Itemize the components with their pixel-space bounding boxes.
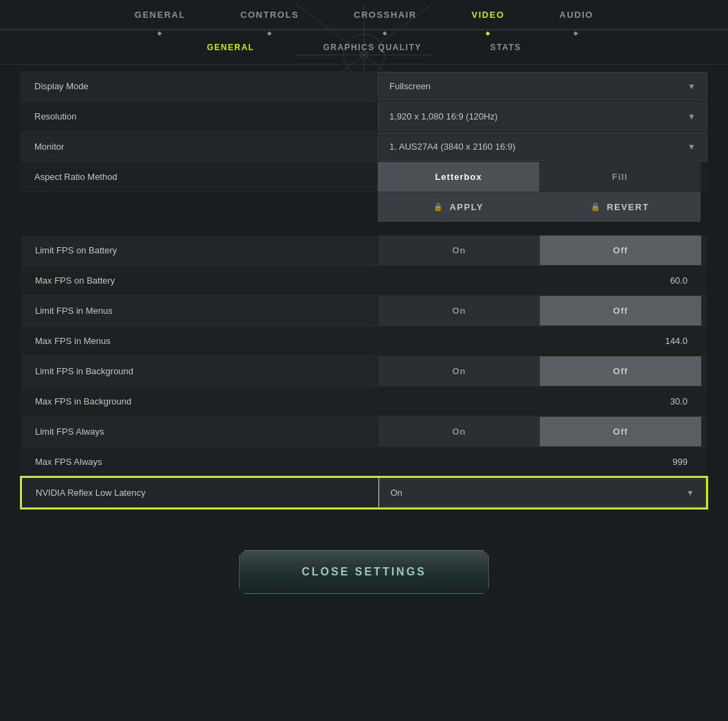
- limit-menus-row: Limit FPS in Menus On Off: [21, 296, 707, 326]
- max-menus-value-cell: 144.0: [378, 326, 707, 356]
- max-battery-value: 60.0: [378, 266, 701, 295]
- limit-menus-toggle: On Off: [378, 296, 701, 325]
- limit-always-control: On Off: [378, 417, 707, 447]
- fps-settings-table: Limit FPS on Battery On Off Max FPS on B…: [21, 236, 707, 509]
- close-settings-button[interactable]: CLOSE SETTINGS: [239, 550, 489, 594]
- max-always-value-cell: 999: [378, 447, 707, 478]
- resolution-row: Resolution 1,920 x 1,080 16:9 (120Hz) ▼: [21, 102, 707, 132]
- aspect-ratio-control: Letterbox Fill: [378, 162, 707, 192]
- display-settings-table: Display Mode Fullscreen ▼ Resolution 1,9…: [21, 71, 707, 222]
- subnav-general[interactable]: GENERAL: [207, 43, 254, 52]
- close-settings-container: CLOSE SETTINGS: [21, 550, 707, 594]
- limit-menus-off-btn[interactable]: Off: [540, 296, 701, 325]
- monitor-row: Monitor 1. AUS27A4 (3840 x 2160 16:9) ▼: [21, 132, 707, 162]
- settings-content: Display Mode Fullscreen ▼ Resolution 1,9…: [0, 65, 728, 608]
- nvidia-row: NVIDIA Reflex Low Latency On ▼: [21, 477, 707, 508]
- nvidia-dropdown[interactable]: On ▼: [379, 479, 707, 507]
- nav-controls-label: CONTROLS: [240, 10, 299, 20]
- sub-nav: GENERAL GRAPHICS QUALITY STATS: [0, 30, 728, 65]
- nav-crosshair[interactable]: CROSSHAIR: [326, 0, 444, 29]
- limit-bg-off-btn[interactable]: Off: [540, 356, 701, 386]
- limit-battery-on-btn[interactable]: On: [378, 236, 540, 265]
- nav-crosshair-label: CROSSHAIR: [354, 10, 417, 20]
- limit-bg-row: Limit FPS in Background On Off: [21, 356, 707, 387]
- max-always-value: 999: [378, 447, 701, 477]
- max-battery-row: Max FPS on Battery 60.0: [21, 266, 707, 296]
- limit-bg-control: On Off: [378, 356, 707, 387]
- resolution-label: Resolution: [21, 102, 378, 132]
- nav-video[interactable]: VIDEO: [444, 0, 532, 29]
- display-mode-row: Display Mode Fullscreen ▼: [21, 71, 707, 102]
- dropdown-arrow-icon: ▼: [687, 142, 696, 152]
- max-bg-value-cell: 30.0: [378, 387, 707, 417]
- max-menus-value: 144.0: [378, 326, 701, 356]
- max-always-row: Max FPS Always 999: [21, 447, 707, 478]
- limit-always-off-btn[interactable]: Off: [540, 417, 701, 446]
- limit-battery-control: On Off: [378, 236, 707, 266]
- limit-always-label: Limit FPS Always: [21, 417, 378, 447]
- display-mode-control: Fullscreen ▼: [378, 71, 707, 102]
- nvidia-value: On: [391, 488, 402, 498]
- max-bg-row: Max FPS in Background 30.0: [21, 387, 707, 417]
- nav-video-label: VIDEO: [472, 10, 505, 20]
- dropdown-arrow-icon: ▼: [686, 488, 694, 498]
- nvidia-control: On ▼: [378, 477, 707, 508]
- display-mode-value: Fullscreen: [389, 81, 431, 91]
- section-divider: [21, 222, 707, 236]
- nav-audio-label: AUDIO: [560, 10, 593, 20]
- subnav-graphics[interactable]: GRAPHICS QUALITY: [323, 43, 421, 52]
- top-nav: GENERAL CONTROLS CROSSHAIR VIDEO AUDIO: [0, 0, 728, 30]
- limit-menus-on-btn[interactable]: On: [378, 296, 540, 325]
- lock-icon: 🔒: [591, 203, 602, 211]
- resolution-dropdown[interactable]: 1,920 x 1,080 16:9 (120Hz) ▼: [378, 102, 707, 130]
- apply-button[interactable]: 🔒 APPLY: [378, 192, 539, 222]
- limit-bg-toggle: On Off: [378, 356, 701, 386]
- aspect-ratio-row: Aspect Ratio Method Letterbox Fill: [21, 162, 707, 192]
- max-bg-label: Max FPS in Background: [21, 387, 378, 417]
- nav-general-label: GENERAL: [135, 10, 185, 20]
- limit-bg-on-btn[interactable]: On: [378, 356, 540, 386]
- monitor-dropdown[interactable]: 1. AUS27A4 (3840 x 2160 16:9) ▼: [378, 133, 707, 161]
- nvidia-label: NVIDIA Reflex Low Latency: [21, 477, 378, 508]
- limit-battery-row: Limit FPS on Battery On Off: [21, 236, 707, 266]
- display-mode-dropdown[interactable]: Fullscreen ▼: [378, 72, 707, 100]
- limit-always-toggle: On Off: [378, 417, 701, 446]
- close-settings-label: CLOSE SETTINGS: [302, 566, 426, 577]
- revert-button[interactable]: 🔒 REVERT: [539, 192, 701, 222]
- limit-bg-label: Limit FPS in Background: [21, 356, 378, 387]
- limit-always-on-btn[interactable]: On: [378, 417, 540, 446]
- action-buttons: 🔒 APPLY 🔒 REVERT: [378, 192, 707, 222]
- limit-battery-label: Limit FPS on Battery: [21, 236, 378, 266]
- limit-battery-off-btn[interactable]: Off: [540, 236, 701, 265]
- aspect-ratio-group: Letterbox Fill: [378, 162, 701, 192]
- max-battery-label: Max FPS on Battery: [21, 266, 378, 296]
- monitor-value: 1. AUS27A4 (3840 x 2160 16:9): [389, 141, 516, 152]
- action-row: 🔒 APPLY 🔒 REVERT: [21, 192, 707, 222]
- monitor-label: Monitor: [21, 132, 378, 162]
- max-menus-label: Max FPS in Menus: [21, 326, 378, 356]
- letterbox-btn[interactable]: Letterbox: [378, 162, 539, 192]
- resolution-control: 1,920 x 1,080 16:9 (120Hz) ▼: [378, 102, 707, 132]
- limit-always-row: Limit FPS Always On Off: [21, 417, 707, 447]
- max-bg-value: 30.0: [378, 387, 701, 416]
- max-menus-row: Max FPS in Menus 144.0: [21, 326, 707, 356]
- limit-menus-label: Limit FPS in Menus: [21, 296, 378, 326]
- nav-controls[interactable]: CONTROLS: [213, 0, 326, 29]
- monitor-control: 1. AUS27A4 (3840 x 2160 16:9) ▼: [378, 132, 707, 162]
- limit-battery-toggle: On Off: [378, 236, 701, 265]
- nav-general[interactable]: GENERAL: [107, 0, 213, 29]
- limit-menus-control: On Off: [378, 296, 707, 326]
- fill-btn[interactable]: Fill: [539, 162, 701, 192]
- dropdown-arrow-icon: ▼: [687, 112, 696, 122]
- dropdown-arrow-icon: ▼: [687, 82, 696, 91]
- lock-icon: 🔒: [433, 203, 444, 211]
- subnav-stats[interactable]: STATS: [490, 43, 521, 52]
- max-battery-value-cell: 60.0: [378, 266, 707, 296]
- aspect-ratio-label: Aspect Ratio Method: [21, 162, 378, 192]
- nav-audio[interactable]: AUDIO: [532, 0, 621, 29]
- max-always-label: Max FPS Always: [21, 447, 378, 478]
- display-mode-label: Display Mode: [21, 71, 378, 102]
- resolution-value: 1,920 x 1,080 16:9 (120Hz): [389, 111, 498, 122]
